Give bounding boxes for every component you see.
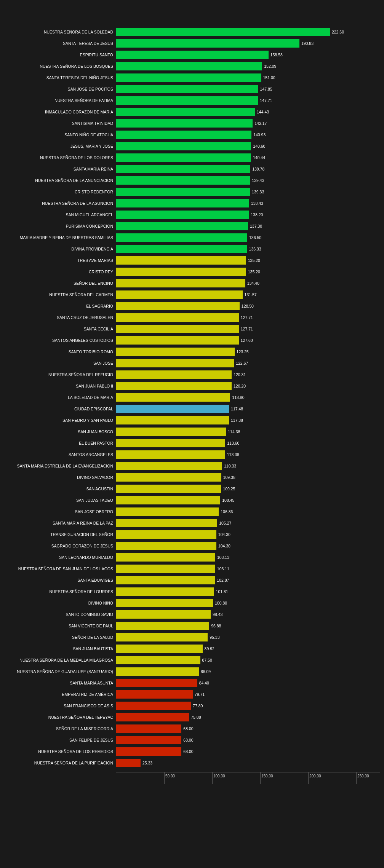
bar-fill (116, 747, 181, 756)
bar-row: MARIA MADRE Y REINA DE NUESTRAS FAMILIAS… (4, 232, 380, 243)
bar-row: PURISIMA CONCEPCION137.30 (4, 221, 380, 231)
bar-fill (116, 85, 258, 93)
bar-row: NUESTRA SEÑORA DEL TEPEYAC75.88 (4, 712, 380, 723)
bar-fill (116, 62, 262, 70)
bar-value-label: 68.00 (183, 738, 193, 742)
bar-label: NUESTRA SEÑORA DE GUADALUPE (SANTUARIO) (4, 669, 116, 674)
bar-row: SAN LEONARDO MURIALDO103.13 (4, 552, 380, 563)
bar-label: EL BUEN PASTOR (4, 441, 116, 445)
bar-label: INMACULADO CORAZON DE MARIA (4, 110, 116, 114)
bar-value-label: 79.71 (195, 692, 205, 697)
bar-row: INMACULADO CORAZON DE MARIA144.43 (4, 107, 380, 117)
bar-row: NUESTRA SEÑORA DE SAN JUAN DE LOS LAGOS1… (4, 563, 380, 574)
bar-fill (116, 633, 208, 641)
bar-label: TRANSFIGURACION DEL SEÑOR (4, 532, 116, 537)
x-axis-tick: 100.00 (212, 772, 225, 784)
bar-value-label: 138.43 (251, 201, 263, 206)
bar-wrapper: 128.50 (116, 302, 380, 310)
bar-label: NUESTRA SEÑORA DE LOS BOSQUES (4, 64, 116, 69)
bar-fill (116, 325, 239, 333)
bar-wrapper: 103.13 (116, 553, 380, 562)
bar-fill (116, 245, 247, 253)
bar-row: SAN MIGUEL ARCANGEL138.20 (4, 209, 380, 220)
bar-wrapper: 136.33 (116, 245, 380, 253)
bar-value-label: 117.38 (231, 418, 243, 423)
bar-row: EL SAGRARIO128.50 (4, 301, 380, 311)
bar-label: SAN JUAN BAUTISTA (4, 646, 116, 651)
bar-label: SANTOS ARCANGELES (4, 452, 116, 457)
bar-row: CIUDAD EPISCOPAL117.48 (4, 404, 380, 414)
bar-fill (116, 690, 193, 699)
bar-fill (116, 382, 232, 390)
bar-wrapper: 79.71 (116, 690, 380, 699)
bar-fill (116, 153, 251, 162)
bar-fill (116, 131, 251, 139)
bar-fill (116, 302, 240, 310)
bar-wrapper: 114.38 (116, 428, 380, 436)
bar-row: SEÑOR DE LA MISERICORDIA68.00 (4, 723, 380, 734)
bar-fill (116, 736, 181, 744)
bar-label: SANTA MARÍA ASUNTA (4, 681, 116, 685)
bar-row: DIVINO SALVADOR109.38 (4, 472, 380, 483)
bar-label: SANTISIMA TRINIDAD (4, 121, 116, 126)
bar-label: LA SOLEDAD DE MARIA (4, 395, 116, 400)
bar-wrapper: 131.57 (116, 290, 380, 299)
bar-label: NUESTRA SEÑORA DEL REFUGIO (4, 372, 116, 377)
bar-row: SANTOS ARCANGELES113.38 (4, 449, 380, 460)
bar-label: EL SAGRARIO (4, 304, 116, 308)
bar-label: NUESTRA SEÑORA DE LA PURIFICACION (4, 761, 116, 765)
bar-label: CIUDAD EPISCOPAL (4, 407, 116, 411)
bar-label: SEÑOR DE LA SALUD (4, 635, 116, 640)
bar-fill (116, 645, 203, 653)
bar-wrapper: 152.09 (116, 62, 380, 70)
bar-fill (116, 656, 200, 664)
bar-fill (116, 530, 216, 539)
bar-value-label: 128.50 (242, 304, 254, 308)
bar-value-label: 147.85 (260, 87, 272, 91)
bar-fill (116, 565, 215, 573)
bar-row: EMPERATRIZ DE AMÉRICA79.71 (4, 689, 380, 700)
bar-row: EL BUEN PASTOR113.60 (4, 438, 380, 448)
bar-value-label: 127.71 (241, 327, 253, 331)
bar-wrapper: 144.43 (116, 108, 380, 116)
bar-wrapper: 127.71 (116, 313, 380, 322)
bar-label: ESPIRITU SANTO (4, 53, 116, 57)
bar-value-label: 89.92 (205, 646, 214, 651)
bar-wrapper: 139.43 (116, 176, 380, 185)
bar-fill (116, 313, 239, 322)
bar-row: SAN JUAN BAUTISTA89.92 (4, 643, 380, 654)
x-axis-tick: 250.00 (356, 772, 369, 784)
bar-value-label: 113.60 (227, 441, 239, 445)
bar-value-label: 102.87 (217, 578, 229, 582)
bar-wrapper: 113.60 (116, 439, 380, 447)
bar-fill (116, 222, 248, 230)
bar-wrapper: 109.25 (116, 485, 380, 493)
bar-value-label: 139.43 (252, 178, 264, 183)
bar-row: SANTA MARÍA REINA DE LA PAZ105.27 (4, 518, 380, 528)
bar-row: NUESTRA SEÑORA DE LA ANUNCIACION139.43 (4, 175, 380, 186)
bar-wrapper: 104.30 (116, 530, 380, 539)
bar-wrapper: 127.60 (116, 336, 380, 345)
bar-fill (116, 416, 229, 424)
bar-value-label: 135.20 (248, 270, 260, 274)
bar-chart: NUESTRA SEÑORA DE LA SOLEDAD222.60SANTA … (4, 27, 380, 769)
bar-value-label: 108.45 (222, 498, 234, 503)
bar-row: NUESTRA SEÑORA DE LA SOLEDAD222.60 (4, 27, 380, 37)
bar-wrapper: 105.27 (116, 519, 380, 527)
bar-row: NUESTRA SEÑORA DE LA ASUNCION138.43 (4, 198, 380, 209)
bar-row: NUESTRA SEÑORA DE LOS REMEDIOS68.00 (4, 746, 380, 757)
bar-fill (116, 759, 141, 767)
bar-value-label: 86.09 (201, 669, 211, 674)
bar-fill (116, 405, 229, 413)
bar-fill (116, 348, 235, 356)
bar-label: SEÑOR DE LA MISERICORDIA (4, 726, 116, 731)
bar-wrapper: 140.93 (116, 131, 380, 139)
bar-wrapper: 123.25 (116, 348, 380, 356)
bar-fill (116, 576, 215, 584)
bar-wrapper: 147.71 (116, 96, 380, 105)
bar-value-label: 140.60 (253, 144, 265, 148)
bar-wrapper: 103.11 (116, 565, 380, 573)
x-axis-tick: 50.00 (164, 772, 175, 784)
bar-fill (116, 188, 250, 196)
bar-fill (116, 553, 215, 562)
